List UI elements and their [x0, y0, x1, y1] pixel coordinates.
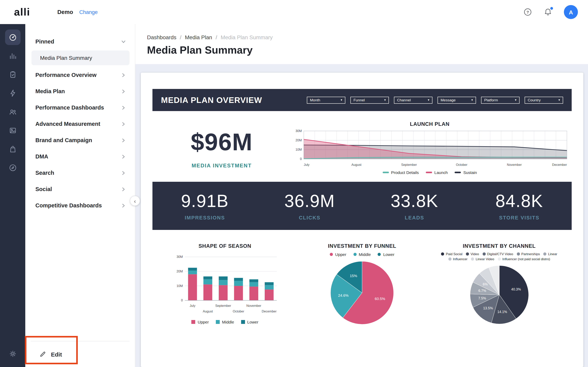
filter-bar: Month▾ Funnel▾ Channel▾ Message▾ Platfor…: [307, 97, 563, 103]
svg-text:20M: 20M: [295, 138, 302, 142]
users-icon: [8, 108, 17, 116]
svg-text:July: July: [304, 163, 310, 167]
chart-legend: UpperMiddleLower: [330, 252, 394, 257]
media-plan-overview-card: MEDIA PLAN OVERVIEW Month▾ Funnel▾ Chann…: [141, 73, 583, 367]
svg-text:0: 0: [181, 299, 183, 302]
chart-title: SHAPE OF SEASON: [199, 243, 251, 249]
sidebar-item-label: Media Plan: [35, 88, 65, 94]
stat-label: STORE VISITS: [467, 215, 572, 221]
stat-value: 9.91B: [152, 191, 257, 211]
svg-text:?: ?: [527, 10, 529, 14]
chart-title: LAUNCH PLAN: [410, 121, 450, 127]
rail-item-automation[interactable]: [5, 85, 20, 101]
sidebar-section-pinned[interactable]: Pinned: [32, 33, 130, 50]
media-investment-kpi: $96M MEDIA INVESTMENT: [154, 121, 289, 175]
rail-item-plans[interactable]: [5, 67, 20, 82]
sidebar-footer: Edit: [25, 341, 135, 367]
filter-funnel[interactable]: Funnel▾: [350, 97, 389, 103]
filter-label: Month: [310, 98, 320, 102]
sidebar-item-brand-and-campaign[interactable]: Brand and Campaign: [32, 132, 130, 148]
stat-value: 36.9M: [257, 191, 362, 211]
change-workspace-link[interactable]: Change: [79, 9, 98, 15]
filter-channel[interactable]: Channel▾: [394, 97, 432, 103]
page-title: Media Plan Summary: [147, 44, 588, 56]
filter-platform[interactable]: Platform▾: [481, 97, 519, 103]
svg-text:September: September: [216, 304, 231, 308]
sidebar-item-competitive-dashboards[interactable]: Competitive Dashboards: [32, 197, 130, 214]
svg-text:10M: 10M: [177, 284, 183, 288]
sidebar-item-search[interactable]: Search: [32, 165, 130, 181]
sidebar-item-performance-dashboards[interactable]: Performance Dashboards: [32, 100, 130, 116]
chart-legend: UpperMiddleLower: [191, 320, 259, 324]
chevron-right-icon: [121, 154, 126, 159]
caret-down-icon: ▾: [384, 99, 386, 101]
help-button[interactable]: ?: [523, 8, 532, 16]
breadcrumb-dashboards[interactable]: Dashboards: [147, 34, 176, 40]
sidebar-item-dma[interactable]: DMA: [32, 148, 130, 165]
svg-text:6%: 6%: [483, 282, 488, 286]
avatar[interactable]: A: [564, 5, 578, 19]
notifications-button[interactable]: [544, 8, 552, 16]
chart-title: INVESTMENT BY FUNNEL: [328, 243, 396, 249]
svg-text:August: August: [351, 163, 362, 167]
icon-rail: [0, 24, 25, 367]
svg-text:October: October: [233, 309, 244, 313]
svg-text:20M: 20M: [177, 269, 183, 273]
notification-dot: [550, 7, 553, 10]
chart-legend: Paid SocialVideoDigital/CTV VideoPartner…: [435, 252, 563, 261]
sidebar-item-performance-overview[interactable]: Performance Overview: [32, 67, 130, 83]
caret-down-icon: ▾: [471, 99, 473, 101]
sidebar-item-label: DMA: [35, 153, 48, 160]
stat-value: 33.8K: [362, 191, 467, 211]
rail-item-audiences[interactable]: [5, 104, 20, 120]
filter-label: Funnel: [354, 98, 365, 102]
svg-text:24.6%: 24.6%: [338, 293, 349, 298]
sidebar-collapse-button[interactable]: ‹: [130, 196, 140, 206]
rail-item-commerce[interactable]: [5, 141, 20, 157]
bottom-charts: SHAPE OF SEASON 010M20M30MJulyAugustSept…: [152, 243, 572, 325]
rail-item-analytics[interactable]: [5, 48, 20, 64]
svg-text:December: December: [552, 163, 567, 167]
caret-down-icon: ▾: [341, 99, 342, 101]
main-content: Dashboards / Media Plan / Media Plan Sum…: [135, 24, 588, 367]
svg-text:August: August: [203, 309, 213, 313]
filter-label: Channel: [397, 98, 411, 102]
filter-country[interactable]: Country▾: [525, 97, 563, 103]
kpi-band: 9.91B IMPRESSIONS 36.9M CLICKS 33.8K LEA…: [152, 182, 572, 230]
sidebar-item-social[interactable]: Social: [32, 181, 130, 197]
sidebar-item-label: Media Plan Summary: [40, 55, 92, 61]
sidebar-nav: Pinned Media Plan Summary Performance Ov…: [25, 24, 135, 214]
alli-logo[interactable]: alli: [14, 6, 30, 18]
svg-text:October: October: [456, 163, 467, 167]
sidebar-item-media-plan-summary[interactable]: Media Plan Summary: [32, 50, 130, 65]
stat-label: CLICKS: [257, 215, 362, 221]
investment-by-channel-chart: INVESTMENT BY CHANNEL Paid SocialVideoDi…: [435, 243, 563, 325]
rail-item-settings[interactable]: [5, 346, 20, 362]
breadcrumb: Dashboards / Media Plan / Media Plan Sum…: [135, 24, 588, 40]
svg-text:60.5%: 60.5%: [375, 297, 385, 301]
overview-title: MEDIA PLAN OVERVIEW: [161, 95, 262, 105]
investment-value: $96M: [154, 128, 289, 156]
app-root: alli Demo Change ? A: [0, 0, 588, 367]
filter-message[interactable]: Message▾: [438, 97, 476, 103]
edit-button[interactable]: Edit: [25, 341, 62, 367]
svg-text:13.5%: 13.5%: [483, 306, 493, 310]
svg-text:July: July: [190, 304, 196, 308]
svg-text:December: December: [262, 309, 277, 313]
sidebar-item-advanced-measurement[interactable]: Advanced Measurement: [32, 116, 130, 132]
breadcrumb-media-plan[interactable]: Media Plan: [185, 34, 212, 40]
rail-item-dashboards[interactable]: [5, 30, 20, 45]
rail-item-explore[interactable]: [5, 160, 20, 175]
svg-text:30M: 30M: [295, 129, 302, 133]
topbar-actions: ? A: [523, 5, 578, 19]
chevron-down-icon: [121, 39, 126, 44]
filter-month[interactable]: Month▾: [307, 97, 345, 103]
sidebar-item-label: Brand and Campaign: [35, 137, 92, 143]
rail-item-creative[interactable]: [5, 123, 20, 138]
lightning-icon: [8, 89, 17, 98]
workspace-name: Demo: [57, 9, 73, 15]
breadcrumb-separator: /: [216, 34, 217, 40]
breadcrumb-separator: /: [180, 34, 182, 40]
sidebar-item-media-plan[interactable]: Media Plan: [32, 83, 130, 100]
filter-label: Platform: [484, 98, 498, 102]
